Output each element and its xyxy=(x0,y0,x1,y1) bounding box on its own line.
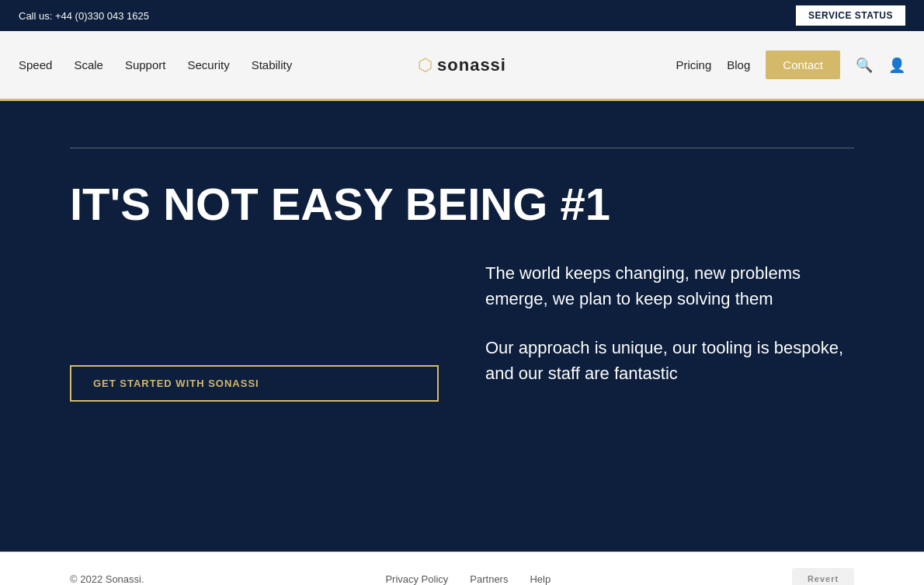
footer-partners-link[interactable]: Partners xyxy=(470,573,508,585)
revert-badge: Revert xyxy=(792,568,854,585)
logo-icon: ⬡ xyxy=(418,55,432,75)
nav-link-blog[interactable]: Blog xyxy=(727,58,750,71)
nav-left: Speed Scale Support Security Stability xyxy=(19,58,462,71)
hero-left: GET STARTED WITH SONASSI xyxy=(70,365,439,409)
footer-privacy-link[interactable]: Privacy Policy xyxy=(385,573,448,585)
nav-link-support[interactable]: Support xyxy=(125,58,166,71)
logo[interactable]: ⬡ sonassi xyxy=(418,55,506,75)
nav-link-stability[interactable]: Stability xyxy=(252,58,293,71)
hero-right: The world keeps changing, new problems e… xyxy=(439,260,854,409)
nav-link-security[interactable]: Security xyxy=(187,58,229,71)
search-icon[interactable]: 🔍 xyxy=(856,57,873,74)
navbar: Speed Scale Support Security Stability ⬡… xyxy=(0,31,924,101)
footer: © 2022 Sonassi. Privacy Policy Partners … xyxy=(0,552,924,585)
hero-divider xyxy=(70,148,854,148)
nav-link-speed[interactable]: Speed xyxy=(19,58,52,71)
contact-button[interactable]: Contact xyxy=(766,50,840,79)
footer-help-link[interactable]: Help xyxy=(530,573,551,585)
logo-text: sonassi xyxy=(437,55,506,75)
hero-title: IT'S NOT EASY BEING #1 xyxy=(70,179,613,229)
copyright-text: © 2022 Sonassi. xyxy=(70,573,144,585)
get-started-button[interactable]: GET STARTED WITH SONASSI xyxy=(70,365,439,402)
hero-paragraph-1: The world keeps changing, new problems e… xyxy=(485,260,854,312)
service-status-button[interactable]: SERVICE STATUS xyxy=(796,5,905,26)
nav-right: Pricing Blog Contact 🔍 👤 xyxy=(462,50,905,79)
hero-content: GET STARTED WITH SONASSI The world keeps… xyxy=(70,260,854,409)
footer-right: Revert xyxy=(792,568,854,585)
user-icon[interactable]: 👤 xyxy=(888,57,905,74)
nav-link-scale[interactable]: Scale xyxy=(74,58,103,71)
hero-section: IT'S NOT EASY BEING #1 GET STARTED WITH … xyxy=(0,101,924,552)
hero-paragraph-2: Our approach is unique, our tooling is b… xyxy=(485,335,854,386)
nav-link-pricing[interactable]: Pricing xyxy=(676,58,711,71)
phone-label: Call us: +44 (0)330 043 1625 xyxy=(19,10,149,22)
footer-links: Privacy Policy Partners Help xyxy=(385,573,551,585)
top-bar: Call us: +44 (0)330 043 1625 SERVICE STA… xyxy=(0,0,924,31)
